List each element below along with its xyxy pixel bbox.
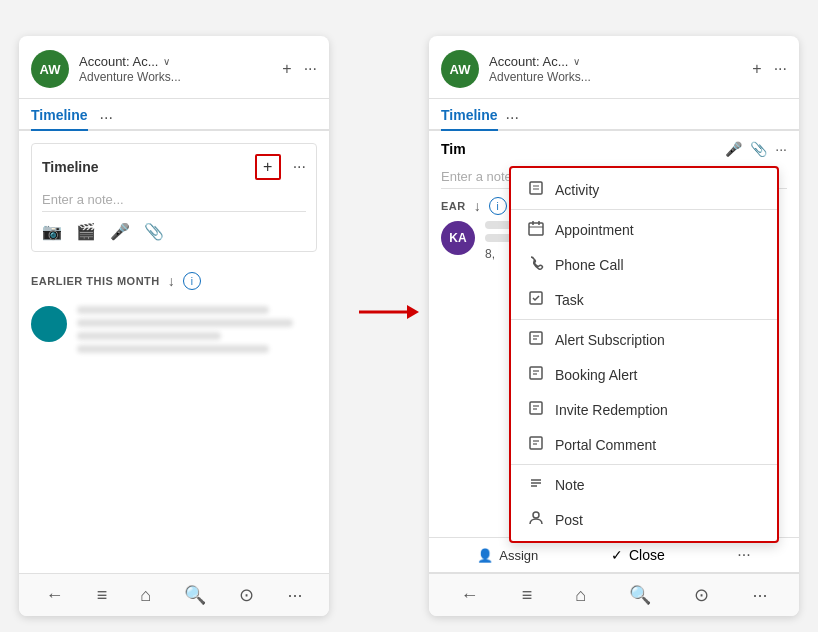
right-nav-recent-icon[interactable]: ⊙: [694, 584, 709, 606]
booking-alert-icon: [527, 365, 545, 384]
timeline-tab-more[interactable]: ···: [100, 109, 113, 127]
nav-recent-icon[interactable]: ⊙: [239, 584, 254, 606]
dropdown-item-note[interactable]: Note: [511, 467, 777, 502]
svg-rect-10: [530, 332, 542, 344]
plus-icon: +: [263, 158, 272, 176]
timeline-tab[interactable]: Timeline: [31, 107, 88, 131]
nav-home-icon[interactable]: ⌂: [140, 585, 151, 606]
left-panel: AW Account: Ac... ∨ Adventure Works... +…: [19, 36, 329, 616]
right-timeline-more[interactable]: ···: [506, 109, 519, 127]
bar-more-button[interactable]: ···: [737, 546, 750, 564]
right-nav-home-icon[interactable]: ⌂: [575, 585, 586, 606]
add-button[interactable]: +: [282, 60, 291, 78]
timeline-entry-1: [31, 298, 317, 361]
right-add-button[interactable]: +: [752, 60, 761, 78]
svg-rect-19: [530, 437, 542, 449]
note-action-icons: 📷 🎬 🎤 📎: [42, 218, 306, 241]
post-icon: [527, 510, 545, 529]
right-header-title-row: Account: Ac... ∨: [489, 54, 742, 69]
right-timeline-tab-row: Timeline ···: [429, 99, 799, 131]
nav-back-icon[interactable]: ←: [46, 585, 64, 606]
right-panel: AW Account: Ac... ∨ Adventure Works... +…: [429, 36, 799, 616]
alert-subscription-icon: [527, 330, 545, 349]
section-label-row: EARLIER THIS MONTH ↓ i: [19, 264, 329, 298]
account-title: Account: Ac...: [79, 54, 159, 69]
note-icon: [527, 475, 545, 494]
note-input-placeholder[interactable]: Enter a note...: [42, 188, 306, 212]
camera-icon[interactable]: 📷: [42, 222, 62, 241]
sort-icon[interactable]: ↓: [168, 273, 175, 289]
right-nav-menu-icon[interactable]: ≡: [522, 585, 533, 606]
timeline-card-title: Timeline: [42, 159, 99, 175]
post-label: Post: [555, 512, 583, 528]
microphone-icon[interactable]: 🎤: [110, 222, 130, 241]
assign-label: Assign: [499, 548, 538, 563]
nav-menu-icon[interactable]: ≡: [97, 585, 108, 606]
dropdown-item-activity[interactable]: Activity: [511, 172, 777, 207]
timeline-card-more[interactable]: ···: [293, 158, 306, 176]
note-label: Note: [555, 477, 585, 493]
nav-search-icon[interactable]: 🔍: [184, 584, 206, 606]
arrow-container: [349, 297, 429, 335]
nav-more-icon[interactable]: ···: [287, 585, 302, 606]
chevron-down-icon[interactable]: ∨: [163, 56, 170, 67]
activity-dropdown: Activity Appointment Phone Call Task: [509, 166, 779, 543]
right-more-options-button[interactable]: ···: [774, 60, 787, 78]
entry-avatar: [31, 306, 67, 342]
entry-line-4: [77, 345, 269, 353]
right-nav-more-icon[interactable]: ···: [752, 585, 767, 606]
alert-subscription-label: Alert Subscription: [555, 332, 665, 348]
right-timeline-card-header: Tim 🎤 📎 ···: [441, 141, 787, 157]
entry-content: [77, 306, 317, 353]
right-sort-icon[interactable]: ↓: [474, 198, 481, 214]
video-icon[interactable]: 🎬: [76, 222, 96, 241]
activity-icon: [527, 180, 545, 199]
section-label: EARLIER THIS MONTH: [31, 275, 160, 287]
entry-line-1: [77, 306, 269, 314]
svg-marker-1: [407, 305, 419, 319]
right-nav-back-icon[interactable]: ←: [461, 585, 479, 606]
right-microphone-icon[interactable]: 🎤: [725, 141, 742, 157]
appointment-icon: [527, 220, 545, 239]
close-button[interactable]: ✓ Close: [611, 547, 665, 563]
right-bottom-nav: ← ≡ ⌂ 🔍 ⊙ ···: [429, 573, 799, 616]
right-account-title: Account: Ac...: [489, 54, 569, 69]
right-timeline-tab[interactable]: Timeline: [441, 107, 498, 131]
booking-alert-label: Booking Alert: [555, 367, 638, 383]
more-options-button[interactable]: ···: [304, 60, 317, 78]
assign-button[interactable]: 👤 Assign: [477, 548, 538, 563]
dropdown-item-post[interactable]: Post: [511, 502, 777, 537]
dropdown-item-invite-redemption[interactable]: Invite Redemption: [511, 392, 777, 427]
dropdown-item-task[interactable]: Task: [511, 282, 777, 317]
entry-line-3: [77, 332, 221, 340]
assign-icon: 👤: [477, 548, 493, 563]
svg-rect-2: [530, 182, 542, 194]
dropdown-item-phone-call[interactable]: Phone Call: [511, 247, 777, 282]
dropdown-item-booking-alert[interactable]: Booking Alert: [511, 357, 777, 392]
attachment-icon[interactable]: 📎: [144, 222, 164, 241]
right-chevron-down-icon[interactable]: ∨: [573, 56, 580, 67]
divider-2: [511, 319, 777, 320]
task-icon: [527, 290, 545, 309]
entry-line-2: [77, 319, 293, 327]
close-check-icon: ✓: [611, 547, 623, 563]
timeline-card-header: Timeline + ···: [42, 154, 306, 180]
portal-comment-label: Portal Comment: [555, 437, 656, 453]
dropdown-item-portal-comment[interactable]: Portal Comment: [511, 427, 777, 462]
info-icon: i: [183, 272, 201, 290]
right-attachment-icon[interactable]: 📎: [750, 141, 767, 157]
ka-avatar: KA: [441, 221, 475, 255]
timeline-entries: [31, 298, 317, 361]
right-header-info: Account: Ac... ∨ Adventure Works...: [489, 54, 742, 84]
timeline-add-button[interactable]: +: [255, 154, 281, 180]
right-panel-header: AW Account: Ac... ∨ Adventure Works... +…: [429, 36, 799, 99]
right-nav-search-icon[interactable]: 🔍: [629, 584, 651, 606]
divider-1: [511, 209, 777, 210]
left-panel-header: AW Account: Ac... ∨ Adventure Works... +…: [19, 36, 329, 99]
dropdown-item-alert-subscription[interactable]: Alert Subscription: [511, 322, 777, 357]
svg-rect-16: [530, 402, 542, 414]
right-more-icon[interactable]: ···: [775, 141, 787, 157]
dropdown-item-appointment[interactable]: Appointment: [511, 212, 777, 247]
left-bottom-nav: ← ≡ ⌂ 🔍 ⊙ ···: [19, 573, 329, 616]
right-account-subtitle: Adventure Works...: [489, 70, 742, 84]
